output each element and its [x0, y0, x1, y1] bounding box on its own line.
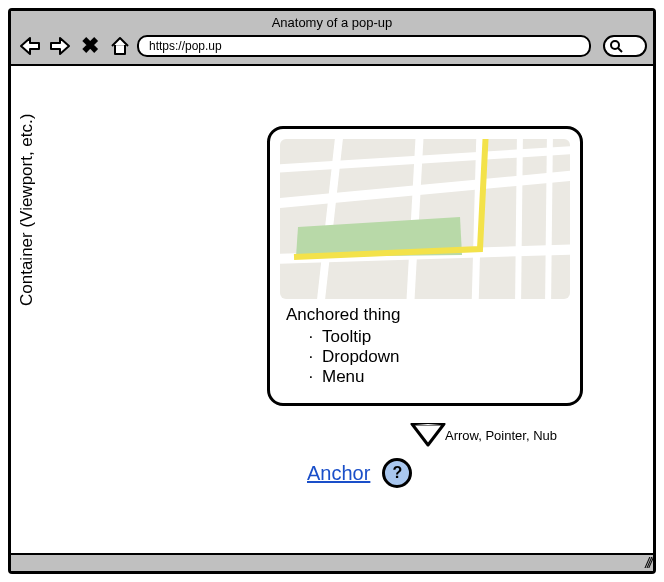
popup-list: Tooltip Dropdown Menu: [286, 327, 564, 387]
search-icon: [609, 39, 623, 53]
search-field[interactable]: [603, 35, 647, 57]
anchor-row: Anchor ?: [307, 458, 412, 488]
popup: Anchored thing Tooltip Dropdown Menu: [267, 126, 583, 406]
svg-point-0: [611, 41, 619, 49]
browser-chrome-top: Anatomy of a pop-up ✖ https://pop.up: [11, 11, 653, 66]
svg-line-1: [618, 48, 622, 52]
question-icon: ?: [392, 464, 402, 482]
list-item: Dropdown: [318, 347, 564, 367]
anchor-link[interactable]: Anchor: [307, 462, 370, 485]
forward-button[interactable]: [47, 34, 73, 58]
url-field[interactable]: https://pop.up: [137, 35, 591, 57]
svg-line-10: [548, 139, 550, 299]
viewport: Container (Viewport, etc.): [11, 66, 653, 558]
nub-label: Arrow, Pointer, Nub: [445, 428, 557, 443]
browser-window: Anatomy of a pop-up ✖ https://pop.up Con…: [8, 8, 656, 574]
svg-line-9: [518, 139, 520, 299]
resize-grip-icon[interactable]: ///: [645, 555, 651, 571]
browser-toolbar: ✖ https://pop.up: [17, 34, 647, 58]
back-button[interactable]: [17, 34, 43, 58]
list-item: Tooltip: [318, 327, 564, 347]
url-text: https://pop.up: [149, 39, 222, 53]
window-title: Anatomy of a pop-up: [17, 13, 647, 34]
pointer-icon: [410, 423, 446, 447]
home-button[interactable]: [107, 34, 133, 58]
container-label: Container (Viewport, etc.): [17, 114, 37, 306]
svg-marker-12: [412, 424, 444, 445]
x-icon: ✖: [81, 33, 99, 59]
help-badge[interactable]: ?: [382, 458, 412, 488]
popup-body: Anchored thing Tooltip Dropdown Menu: [280, 299, 570, 393]
popup-title: Anchored thing: [286, 305, 564, 325]
arrow-right-icon: [49, 36, 71, 56]
arrow-left-icon: [19, 36, 41, 56]
browser-chrome-bottom: ///: [11, 553, 653, 571]
map-image: [280, 139, 570, 299]
stop-button[interactable]: ✖: [77, 34, 103, 58]
home-icon: [109, 36, 131, 56]
list-item: Menu: [318, 367, 564, 387]
